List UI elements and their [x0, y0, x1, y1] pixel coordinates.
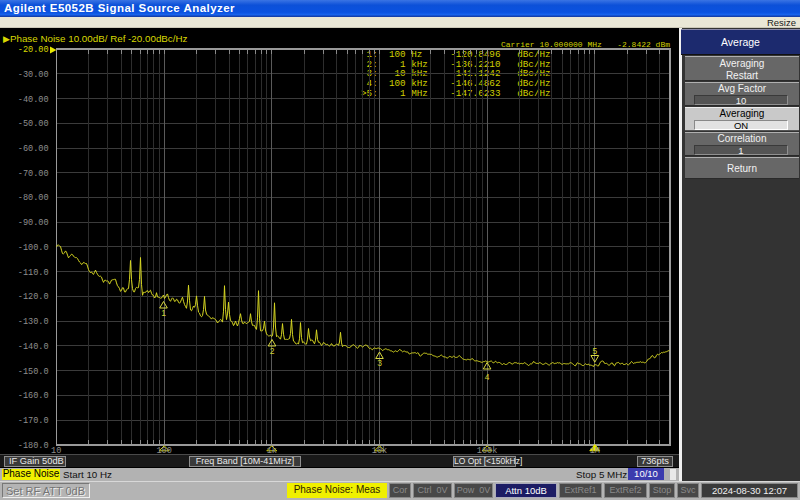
svg-text:-120.0: -120.0 [18, 292, 49, 302]
svg-text:-70.00: -70.00 [18, 169, 49, 179]
svg-text:-160.0: -160.0 [18, 391, 49, 401]
svg-text:-50.00: -50.00 [18, 119, 49, 129]
svg-text:-60.00: -60.00 [18, 144, 49, 154]
svg-text:-110.0: -110.0 [18, 268, 49, 278]
svg-text:5: 5 [592, 346, 597, 356]
svg-text:-130.0: -130.0 [18, 317, 49, 327]
svg-text:-20.00: -20.00 [18, 45, 49, 55]
svg-text:-170.0: -170.0 [18, 416, 49, 426]
svg-text:-100.0: -100.0 [18, 243, 49, 253]
svg-text:-150.0: -150.0 [18, 367, 49, 377]
svg-text:-40.00: -40.00 [18, 95, 49, 105]
svg-text:1: 1 [161, 308, 166, 318]
svg-text:-80.00: -80.00 [18, 193, 49, 203]
svg-text:-140.0: -140.0 [18, 342, 49, 352]
svg-text:-180.0: -180.0 [18, 441, 49, 451]
svg-text:3: 3 [377, 358, 382, 368]
svg-text:-30.00: -30.00 [18, 70, 49, 80]
svg-text:2: 2 [270, 346, 275, 356]
svg-text:-90.00: -90.00 [18, 218, 49, 228]
svg-text:4: 4 [485, 372, 490, 382]
